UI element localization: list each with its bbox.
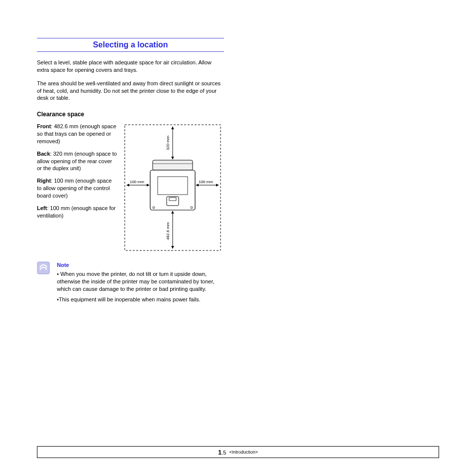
diagram-top-label: 320 mm	[166, 136, 170, 150]
clearance-right-label: Right	[37, 178, 51, 184]
intro-paragraph-1: Select a level, stable place with adequa…	[37, 59, 224, 74]
clearance-heading: Clearance space	[37, 111, 224, 118]
diagram-bottom-label: 482.6 mm	[166, 222, 170, 240]
note-item-2: •This equipment will be inoperable when …	[57, 296, 224, 303]
svg-rect-3	[150, 170, 195, 210]
page-footer: 1.5 <Introduction>	[37, 446, 439, 458]
diagram-right-label: 100 mm	[199, 180, 213, 184]
section-title: Selecting a location	[37, 38, 224, 52]
clearance-back-label: Back	[37, 151, 50, 157]
clearance-right: Right: 100 mm (enough space to allow ope…	[37, 177, 118, 200]
clearance-diagram: 320 mm 482.6 mm 100 mm 100 mm	[123, 123, 223, 252]
footer-chapter-name: <Introduction>	[229, 450, 258, 455]
svg-rect-1	[153, 160, 193, 170]
note-item-1: • When you move the printer, do not tilt…	[57, 270, 224, 293]
footer-page-number: 5	[223, 450, 226, 456]
clearance-left-label: Left	[37, 205, 47, 211]
clearance-front: Front: 482.6 mm (enough space so that tr…	[37, 123, 118, 145]
clearance-left: Left: 100 mm (enough space for ventilati…	[37, 205, 118, 220]
svg-rect-13	[37, 262, 49, 274]
clearance-list: Front: 482.6 mm (enough space so that tr…	[37, 123, 118, 252]
clearance-front-label: Front	[37, 123, 51, 129]
clearance-left-text: : 100 mm (enough space for ventilation)	[37, 205, 116, 219]
clearance-back: Back: 320 mm (enough space to allow open…	[37, 150, 118, 173]
diagram-left-label: 100 mm	[130, 180, 144, 184]
note-icon	[37, 261, 50, 274]
printer-icon	[150, 160, 195, 210]
note-block: Note • When you move the printer, do not…	[37, 261, 224, 303]
note-label: Note	[57, 261, 224, 269]
intro-paragraph-2: The area should be well-ventilated and a…	[37, 80, 224, 102]
